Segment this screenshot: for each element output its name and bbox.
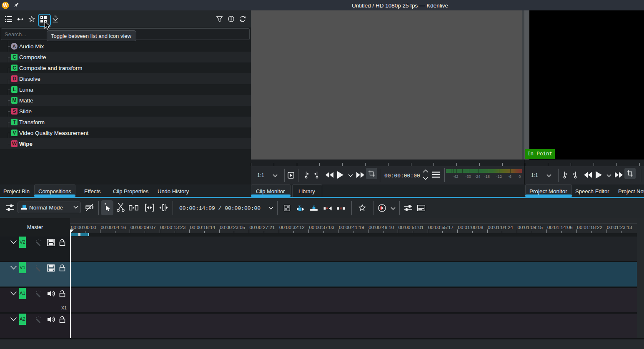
svg-text:W: W <box>3 2 8 8</box>
